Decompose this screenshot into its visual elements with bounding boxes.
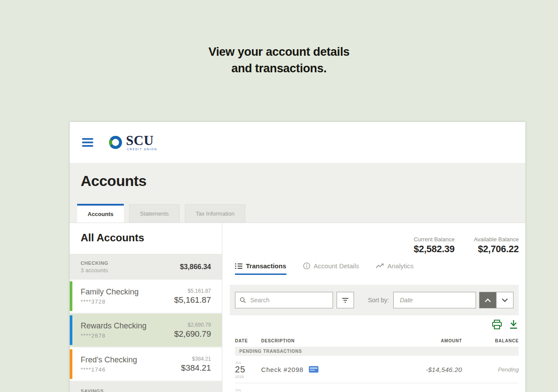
account-available-amount: $2,690.79 bbox=[174, 322, 211, 328]
column-header-date: DATE bbox=[235, 338, 261, 343]
transactions-panel: Current Balance $2,582.39 Available Bala… bbox=[222, 223, 525, 392]
tab-transactions-label: Transactions bbox=[246, 262, 286, 270]
tab-transactions[interactable]: Transactions bbox=[235, 262, 286, 275]
transaction-description-text: Check #2098 bbox=[261, 366, 303, 373]
tab-account-details[interactable]: Account Details bbox=[303, 262, 359, 275]
checking-group-count: 3 accounts bbox=[81, 267, 108, 274]
account-color-bar bbox=[70, 315, 72, 345]
tab-account-details-label: Account Details bbox=[314, 262, 359, 270]
table-header-row: DATE DESCRIPTION AMOUNT BALANCE bbox=[230, 334, 519, 347]
transaction-date: JUL 27 2018 bbox=[235, 388, 261, 392]
download-icon[interactable] bbox=[509, 320, 518, 329]
tab-tax-information-label: Tax Information bbox=[196, 210, 235, 217]
tab-analytics[interactable]: Analytics bbox=[376, 262, 414, 275]
account-name: Family Checking bbox=[81, 287, 139, 297]
search-box bbox=[235, 292, 333, 308]
page-tabs: Accounts Statements Tax Information bbox=[77, 204, 245, 223]
logo-subtext: CREDIT UNION bbox=[126, 148, 157, 151]
transaction-status: Pending bbox=[462, 366, 519, 373]
sort-field bbox=[393, 292, 476, 308]
transaction-month: JUL bbox=[235, 388, 261, 392]
tab-tax-information[interactable]: Tax Information bbox=[185, 204, 245, 223]
balance-summary: Current Balance $2,582.39 Available Bala… bbox=[230, 223, 519, 262]
table-tools bbox=[230, 315, 519, 334]
sidebar-title: All Accounts bbox=[70, 223, 222, 254]
transaction-date: JUL 25 2018 bbox=[235, 360, 261, 379]
account-name: Fred's Checking bbox=[81, 355, 137, 365]
tab-analytics-label: Analytics bbox=[388, 262, 414, 270]
headline-line2: and transactions. bbox=[0, 60, 558, 77]
column-header-amount: AMOUNT bbox=[371, 338, 462, 343]
hamburger-menu-icon[interactable] bbox=[82, 138, 93, 147]
account-balance-amount: $5,161.87 bbox=[174, 295, 211, 305]
sort-value-input[interactable] bbox=[399, 296, 470, 304]
checking-group-header: CHECKING 3 accounts $3,866.34 bbox=[70, 254, 222, 280]
account-available-amount: $384.21 bbox=[181, 356, 211, 362]
savings-group-header: SAVINGS bbox=[70, 382, 222, 392]
chevron-up-icon bbox=[485, 298, 491, 302]
page-headline: View your account details and transactio… bbox=[0, 44, 558, 77]
app-bar: SCU CREDIT UNION bbox=[70, 122, 525, 163]
filter-icon bbox=[342, 297, 349, 303]
filter-button[interactable] bbox=[337, 292, 354, 308]
search-input[interactable] bbox=[249, 296, 328, 304]
account-name: Rewards Checking bbox=[81, 321, 146, 331]
account-number-masked: ****1746 bbox=[81, 366, 137, 373]
headline-line1: View your account details bbox=[0, 44, 558, 60]
account-balance-amount: $384.21 bbox=[181, 363, 211, 373]
transaction-day: 25 bbox=[235, 365, 261, 375]
tab-statements-label: Statements bbox=[140, 210, 169, 217]
available-balance-label: Available Balance bbox=[474, 236, 519, 243]
sort-by-label: Sort by: bbox=[368, 297, 389, 304]
panel-tabs: Transactions Account Details Analyt bbox=[230, 262, 519, 281]
filter-bar: Sort by: bbox=[230, 285, 519, 315]
page-header: Accounts Accounts Statements Tax Informa… bbox=[70, 163, 525, 223]
logo-text: SCU bbox=[126, 134, 157, 147]
accounts-sidebar: All Accounts CHECKING 3 accounts $3,866.… bbox=[70, 223, 222, 392]
list-icon bbox=[235, 263, 242, 269]
sort-ascending-button[interactable] bbox=[480, 292, 496, 308]
account-available-amount: $5,161.87 bbox=[174, 288, 211, 294]
account-color-bar bbox=[70, 281, 72, 311]
account-color-bar bbox=[70, 349, 72, 379]
check-image-icon[interactable] bbox=[309, 366, 319, 373]
tab-statements[interactable]: Statements bbox=[129, 204, 180, 223]
savings-group-label: SAVINGS bbox=[81, 389, 211, 392]
account-item-rewards-checking[interactable]: Rewards Checking ****2678 $2,690.79 $2,6… bbox=[70, 314, 222, 348]
page-title: Accounts bbox=[70, 163, 525, 189]
tab-accounts[interactable]: Accounts bbox=[77, 204, 124, 223]
sort-direction-buttons bbox=[479, 292, 514, 308]
search-icon bbox=[240, 297, 246, 304]
checking-group-label: CHECKING bbox=[81, 260, 108, 266]
sort-descending-button[interactable] bbox=[496, 292, 513, 308]
transaction-year: 2018 bbox=[235, 375, 261, 379]
info-icon bbox=[303, 262, 310, 270]
checking-group-total: $3,866.34 bbox=[180, 263, 211, 271]
column-header-description: DESCRIPTION bbox=[261, 338, 371, 343]
tab-accounts-label: Accounts bbox=[88, 211, 113, 217]
transaction-amount: -$14,546.20 bbox=[371, 366, 462, 373]
account-item-freds-checking[interactable]: Fred's Checking ****1746 $384.21 $384.21 bbox=[70, 348, 222, 382]
pending-transactions-band: PENDING TRANSACTIONS bbox=[235, 347, 519, 356]
transaction-row[interactable]: JUL 27 2018 Starbucks Store #098243 $40.… bbox=[235, 383, 519, 392]
account-number-masked: ****3728 bbox=[81, 298, 139, 305]
account-item-family-checking[interactable]: Family Checking ****3728 $5,161.87 $5,16… bbox=[70, 280, 222, 314]
transaction-description: Check #2098 bbox=[261, 366, 371, 373]
print-icon[interactable] bbox=[492, 320, 502, 329]
current-balance-label: Current Balance bbox=[414, 236, 455, 243]
account-balance-amount: $2,690.79 bbox=[174, 329, 211, 339]
account-number-masked: ****2678 bbox=[81, 332, 146, 339]
scu-swirl-icon bbox=[106, 133, 125, 152]
transaction-row[interactable]: JUL 25 2018 Check #2098 -$14,546.20 Pend… bbox=[235, 356, 519, 383]
scu-logo[interactable]: SCU CREDIT UNION bbox=[106, 133, 157, 152]
app-window: SCU CREDIT UNION Accounts Accounts State… bbox=[70, 122, 525, 392]
trend-icon bbox=[376, 263, 384, 269]
transaction-month: JUL bbox=[235, 361, 261, 365]
current-balance-value: $2,582.39 bbox=[414, 244, 455, 255]
chevron-down-icon bbox=[502, 298, 508, 302]
available-balance-value: $2,706.22 bbox=[474, 244, 519, 255]
column-header-balance: BALANCE bbox=[462, 338, 519, 343]
